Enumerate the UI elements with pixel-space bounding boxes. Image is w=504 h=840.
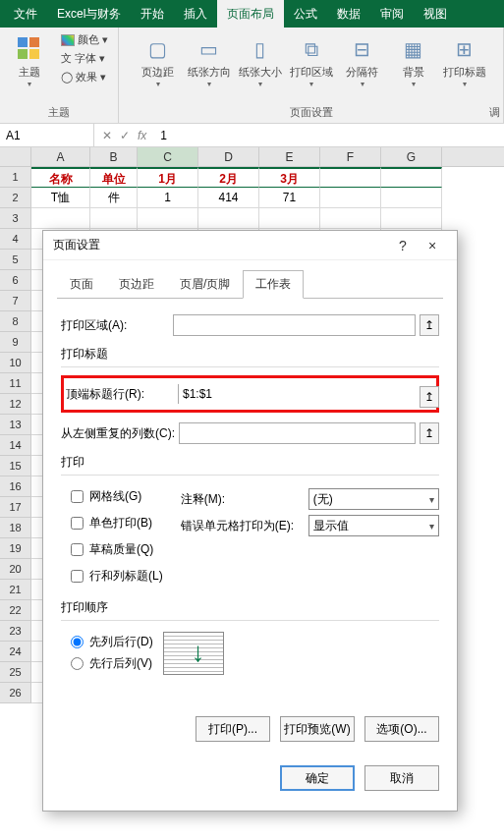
cell[interactable] bbox=[320, 188, 381, 208]
margins-button[interactable]: ▢页边距▾ bbox=[135, 31, 182, 88]
menu-item-3[interactable]: 插入 bbox=[174, 0, 217, 28]
column-header[interactable]: A bbox=[31, 147, 90, 166]
menu-item-5[interactable]: 公式 bbox=[284, 0, 327, 28]
column-header[interactable]: E bbox=[259, 147, 320, 166]
print-button[interactable]: 打印(P)... bbox=[196, 716, 270, 742]
cell[interactable] bbox=[320, 167, 381, 188]
menu-item-1[interactable]: Excel与财务 bbox=[47, 0, 131, 28]
options-button[interactable]: 选项(O)... bbox=[364, 716, 439, 742]
theme-button[interactable]: 主题 ▾ bbox=[6, 31, 53, 88]
dialog-tab[interactable]: 工作表 bbox=[243, 270, 304, 299]
menu-item-8[interactable]: 视图 bbox=[414, 0, 457, 28]
draft-checkbox[interactable]: 草稿质量(Q) bbox=[71, 541, 163, 558]
rowcol-checkbox[interactable]: 行和列标题(L) bbox=[71, 568, 163, 585]
background-button[interactable]: ▦背景▾ bbox=[390, 31, 437, 88]
breaks-button[interactable]: ⊟分隔符▾ bbox=[339, 31, 386, 88]
row-header[interactable]: 20 bbox=[0, 559, 31, 580]
help-button[interactable]: ? bbox=[388, 238, 418, 253]
row-header[interactable]: 14 bbox=[0, 435, 31, 456]
row-header[interactable]: 22 bbox=[0, 600, 31, 621]
column-header[interactable]: D bbox=[198, 147, 259, 166]
menu-item-2[interactable]: 开始 bbox=[131, 0, 174, 28]
row-header[interactable]: 16 bbox=[0, 476, 31, 497]
collapse-dialog-button[interactable]: ↥ bbox=[420, 422, 439, 444]
fonts-button[interactable]: 文字体 ▾ bbox=[57, 50, 112, 67]
row-header[interactable]: 19 bbox=[0, 538, 31, 559]
cancel-button[interactable]: 取消 bbox=[364, 765, 439, 791]
enter-icon[interactable]: ✓ bbox=[120, 129, 130, 142]
dialog-tab[interactable]: 页面 bbox=[57, 270, 106, 299]
cols-left-input[interactable] bbox=[179, 422, 416, 444]
cell[interactable] bbox=[381, 188, 442, 208]
dialog-tab[interactable]: 页边距 bbox=[106, 270, 167, 299]
order-over-radio[interactable]: 先行后列(V) bbox=[71, 655, 153, 672]
bw-checkbox[interactable]: 单色打印(B) bbox=[71, 515, 163, 532]
cell[interactable]: T恤 bbox=[31, 188, 90, 208]
errors-dropdown[interactable]: 显示值▾ bbox=[308, 515, 439, 536]
row-header[interactable]: 2 bbox=[0, 188, 31, 208]
column-header[interactable]: B bbox=[90, 147, 138, 166]
order-down-radio[interactable]: 先列后行(D) bbox=[71, 634, 153, 650]
column-header[interactable]: F bbox=[320, 147, 381, 166]
cell[interactable] bbox=[138, 208, 198, 229]
select-all-corner[interactable] bbox=[0, 147, 31, 166]
cell[interactable] bbox=[381, 167, 442, 188]
row-header[interactable]: 6 bbox=[0, 270, 31, 291]
row-header[interactable]: 24 bbox=[0, 642, 31, 662]
row-header[interactable]: 18 bbox=[0, 518, 31, 538]
print-titles-button[interactable]: ⊞打印标题▾ bbox=[441, 31, 488, 88]
cell[interactable]: 71 bbox=[259, 188, 320, 208]
effects-button[interactable]: ◯效果 ▾ bbox=[57, 69, 112, 85]
row-header[interactable]: 23 bbox=[0, 621, 31, 642]
cell[interactable]: 3月 bbox=[259, 167, 320, 188]
row-header[interactable]: 5 bbox=[0, 250, 31, 270]
orientation-button[interactable]: ▭纸张方向▾ bbox=[186, 31, 233, 88]
cell[interactable]: 单位 bbox=[90, 167, 138, 188]
collapse-dialog-button[interactable]: ↥ bbox=[420, 386, 439, 408]
colors-button[interactable]: 颜色 ▾ bbox=[57, 31, 112, 48]
dialog-tab[interactable]: 页眉/页脚 bbox=[167, 270, 243, 299]
cell[interactable]: 1月 bbox=[138, 167, 198, 188]
cancel-icon[interactable]: ✕ bbox=[102, 129, 112, 142]
formula-input[interactable]: 1 bbox=[154, 129, 504, 142]
row-header[interactable]: 15 bbox=[0, 456, 31, 476]
comments-dropdown[interactable]: (无)▾ bbox=[308, 488, 439, 510]
print-preview-button[interactable]: 打印预览(W) bbox=[280, 716, 355, 742]
menu-item-0[interactable]: 文件 bbox=[4, 0, 47, 28]
cell[interactable] bbox=[90, 208, 138, 229]
rows-top-input[interactable] bbox=[178, 384, 428, 404]
row-header[interactable]: 26 bbox=[0, 683, 31, 703]
cell[interactable] bbox=[320, 208, 381, 229]
close-button[interactable]: × bbox=[418, 238, 447, 253]
column-header[interactable]: C bbox=[138, 147, 198, 166]
cell[interactable]: 414 bbox=[198, 188, 259, 208]
row-header[interactable]: 13 bbox=[0, 415, 31, 435]
row-header[interactable]: 25 bbox=[0, 662, 31, 683]
cell[interactable]: 名称 bbox=[31, 167, 90, 188]
menu-item-4[interactable]: 页面布局 bbox=[217, 0, 284, 28]
row-header[interactable]: 1 bbox=[0, 167, 31, 188]
ok-button[interactable]: 确定 bbox=[280, 765, 355, 791]
row-header[interactable]: 12 bbox=[0, 394, 31, 415]
menu-item-7[interactable]: 审阅 bbox=[370, 0, 414, 28]
row-header[interactable]: 4 bbox=[0, 229, 31, 250]
menu-item-6[interactable]: 数据 bbox=[327, 0, 370, 28]
fx-icon[interactable]: fx bbox=[138, 129, 146, 142]
row-header[interactable]: 7 bbox=[0, 291, 31, 311]
cell[interactable] bbox=[31, 208, 90, 229]
row-header[interactable]: 8 bbox=[0, 311, 31, 332]
collapse-dialog-button[interactable]: ↥ bbox=[420, 314, 439, 336]
gridlines-checkbox[interactable]: 网格线(G) bbox=[71, 488, 163, 505]
cell[interactable] bbox=[259, 208, 320, 229]
print-area-button[interactable]: ⧉打印区域▾ bbox=[288, 31, 335, 88]
row-header[interactable]: 17 bbox=[0, 497, 31, 518]
print-area-input[interactable] bbox=[173, 314, 416, 336]
cell[interactable]: 1 bbox=[138, 188, 198, 208]
row-header[interactable]: 21 bbox=[0, 580, 31, 600]
cell[interactable] bbox=[198, 208, 259, 229]
row-header[interactable]: 3 bbox=[0, 208, 31, 229]
size-button[interactable]: ▯纸张大小▾ bbox=[237, 31, 284, 88]
cell[interactable] bbox=[381, 208, 442, 229]
row-header[interactable]: 10 bbox=[0, 353, 31, 373]
row-header[interactable]: 11 bbox=[0, 373, 31, 394]
